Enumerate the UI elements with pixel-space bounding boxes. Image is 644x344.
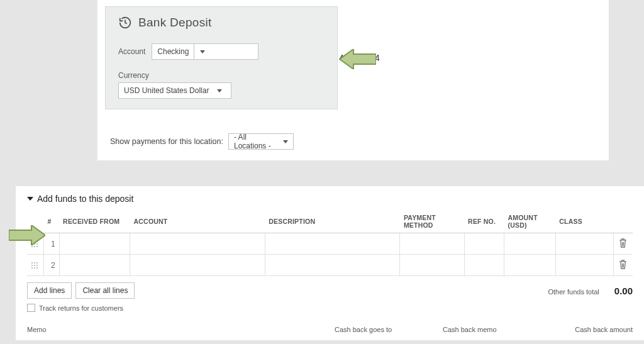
row-number: 1 [44,233,60,255]
table-row[interactable]: 1 [27,233,633,255]
col-description: DESCRIPTION [265,210,400,233]
delete-row-button[interactable] [613,255,633,276]
add-funds-title: Add funds to this deposit [37,194,133,204]
location-filter-label: Show payments for this location: [110,137,223,146]
account-select[interactable]: Checking [152,43,258,60]
currency-label: Currency [118,71,149,80]
cell-received-from[interactable] [59,255,130,276]
cell-account[interactable] [130,255,265,276]
delete-row-button[interactable] [613,233,633,255]
chevron-down-icon [214,83,225,98]
add-funds-section: Add funds to this deposit # RECEIVED FRO… [16,186,644,340]
cash-back-memo-label: Cash back memo [443,326,543,333]
track-returns-checkbox[interactable] [27,304,35,312]
funds-table: # RECEIVED FROM ACCOUNT DESCRIPTION PAYM… [27,210,633,276]
cash-back-goes-to-label: Cash back goes to [335,326,435,333]
cell-payment-method[interactable] [400,233,464,255]
trash-icon [619,260,627,269]
currency-select-value: USD United States Dollar [119,86,214,95]
col-num: # [44,210,60,233]
col-received-from: RECEIVED FROM [59,210,130,233]
trash-icon [619,238,627,248]
account-select-value: Checking [152,47,194,56]
clear-all-lines-button[interactable]: Clear all lines [75,282,135,299]
col-class: CLASS [555,210,613,233]
drag-handle[interactable] [27,255,44,276]
funds-header-row: # RECEIVED FROM ACCOUNT DESCRIPTION PAYM… [27,210,633,233]
cell-ref-no[interactable] [464,255,504,276]
col-account: ACCOUNT [130,210,265,233]
cell-amount[interactable] [504,233,555,255]
col-payment-method: PAYMENT METHOD [400,210,464,233]
cell-class[interactable] [555,255,613,276]
currency-select[interactable]: USD United States Dollar [118,82,231,99]
table-row[interactable]: 2 [27,255,633,276]
history-icon [118,16,132,30]
cash-back-amount-label: Cash back amount [551,326,633,333]
cell-ref-no[interactable] [464,233,504,255]
location-select[interactable]: - All Locations - [228,133,294,150]
other-funds-label: Other funds total [548,288,599,296]
cell-class[interactable] [555,233,613,255]
row-number: 2 [44,255,60,276]
cell-account[interactable] [130,233,265,255]
cell-description[interactable] [265,233,400,255]
page-title: Bank Deposit [138,16,212,30]
callout-arrow-account [340,49,376,69]
deposit-box: Bank Deposit Account Checking Currency U… [105,6,338,109]
col-ref-no: REF NO. [464,210,504,233]
chevron-down-icon [283,140,288,143]
cell-description[interactable] [265,255,400,276]
add-lines-button[interactable]: Add lines [27,282,72,299]
track-returns-label: Track returns for customers [39,304,123,312]
callout-arrow-row [9,225,45,245]
chevron-down-icon [194,44,210,59]
cell-payment-method[interactable] [400,255,464,276]
cell-amount[interactable] [504,255,555,276]
location-select-value: - All Locations - [234,133,278,150]
account-label: Account [118,47,145,56]
bank-deposit-card: Bank Deposit Account Checking Currency U… [97,0,609,160]
triangle-down-icon [27,197,33,201]
col-amount: AMOUNT (USD) [504,210,555,233]
track-returns-row[interactable]: Track returns for customers [27,304,633,312]
other-funds-total: 0.00 [614,286,633,296]
memo-label: Memo [27,326,327,333]
cell-received-from[interactable] [59,233,130,255]
add-funds-toggle[interactable]: Add funds to this deposit [27,194,633,204]
